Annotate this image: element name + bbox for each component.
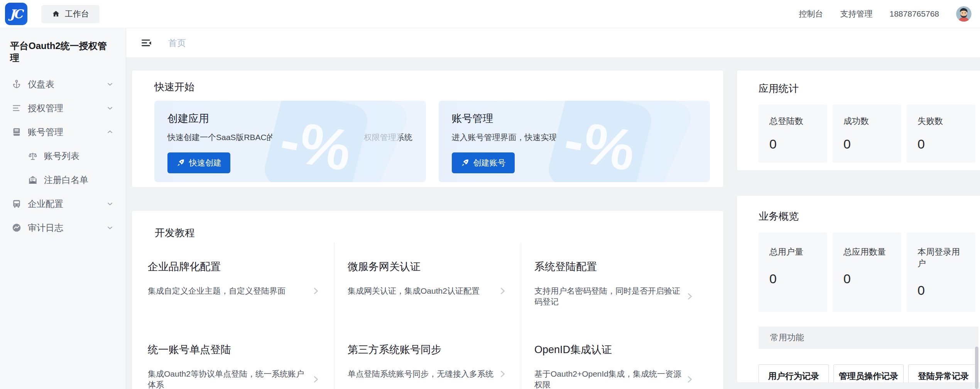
sidebar-item-label: 账号管理 xyxy=(28,126,63,138)
common-functions-header: 常用功能 xyxy=(759,326,978,349)
breadcrumb-home[interactable]: 首页 xyxy=(168,37,186,49)
quick-start-card: 快速开始 -% 创建应用 快速创建一个SaaS版RBAC的管理后台，快速实现后台… xyxy=(132,70,724,188)
rocket-icon xyxy=(461,159,469,167)
tutorial-desc: 基于Oauth2+OpenId集成，集成统一资源权限 xyxy=(534,369,683,389)
tutorial-desc: 集成网关认证，集成Oauth2认证配置 xyxy=(348,286,480,296)
account-mgmt-desc: 进入账号管理界面，快速实现后台权限账号管理 xyxy=(452,132,697,143)
breadcrumb: 首页 xyxy=(126,28,980,58)
bus-icon xyxy=(12,199,22,209)
stat-label: 成功数 xyxy=(843,115,890,127)
login-anomaly-log-button[interactable]: 登陆异常记录 xyxy=(908,364,978,383)
chevron-right-icon[interactable] xyxy=(497,369,508,379)
sidebar-item-label: 授权管理 xyxy=(28,102,63,114)
create-app-desc: 快速创建一个SaaS版RBAC的管理后台，快速实现后台权限管理系统 xyxy=(167,132,413,143)
chevron-down-icon xyxy=(106,223,114,232)
stat-label: 总用户量 xyxy=(769,246,816,258)
user-phone: 18878765768 xyxy=(890,9,939,19)
chevron-right-icon[interactable] xyxy=(310,374,321,385)
tutorials-card: 开发教程 企业品牌化配置 集成自定义企业主题，自定义登陆界面 xyxy=(132,210,724,389)
book-icon xyxy=(12,127,22,137)
sidebar-item-label: 仪盘表 xyxy=(28,78,54,90)
stat-value: 0 xyxy=(769,271,816,286)
tutorial-title: 第三方系统账号同步 xyxy=(348,343,508,357)
create-app-title: 创建应用 xyxy=(167,112,413,125)
admin-operation-log-button[interactable]: 管理员操作记录 xyxy=(833,364,904,383)
tutorial-gateway-auth[interactable]: 微服务网关认证 集成网关认证，集成Oauth2认证配置 xyxy=(335,243,521,326)
sidebar-item-account-list[interactable]: 账号列表 xyxy=(0,144,126,168)
tutorial-title: 微服务网关认证 xyxy=(348,260,508,274)
sidebar-item-dashboard[interactable]: 仪盘表 xyxy=(0,72,126,96)
app-logo[interactable]: JC xyxy=(5,3,27,25)
vertical-scrollbar[interactable] xyxy=(975,347,978,389)
console-link[interactable]: 控制台 xyxy=(799,8,823,19)
chevron-right-icon[interactable] xyxy=(684,374,695,385)
tutorial-account-sync[interactable]: 第三方系统账号同步 单点登陆系统账号同步，无缝接入多系统 xyxy=(335,326,521,389)
scales-icon xyxy=(28,151,38,161)
support-admin-link[interactable]: 支持管理 xyxy=(840,8,873,19)
app-stats-card: 应用统计 总登陆数 0 成功数 0 失败数 0 xyxy=(737,70,980,171)
sidebar-item-register-whitelist[interactable]: 注册白名单 xyxy=(0,168,126,192)
tutorial-title: 企业品牌化配置 xyxy=(148,260,321,274)
stat-value: 0 xyxy=(843,137,890,152)
stat-value: 0 xyxy=(769,137,816,152)
biz-tile-week-logins: 本周登录用户 0 xyxy=(907,232,975,312)
workspace-label: 工作台 xyxy=(65,8,89,19)
tutorial-desc: 集成自定义企业主题，自定义登陆界面 xyxy=(148,286,286,296)
sidebar-item-enterprise-config[interactable]: 企业配置 xyxy=(0,192,126,216)
stat-tile-success: 成功数 0 xyxy=(833,105,901,162)
stat-tile-total-logins: 总登陆数 0 xyxy=(759,105,827,162)
top-header: JC 工作台 控制台 支持管理 18878765768 xyxy=(0,0,980,28)
chevron-down-icon xyxy=(106,104,114,112)
sidebar-item-label: 账号列表 xyxy=(44,150,79,162)
sidebar-item-label: 审计日志 xyxy=(28,222,63,234)
chevron-right-icon[interactable] xyxy=(497,286,508,296)
create-app-panel: -% 创建应用 快速创建一个SaaS版RBAC的管理后台，快速实现后台权限管理系… xyxy=(154,101,426,182)
workspace-button[interactable]: 工作台 xyxy=(41,5,100,23)
chevron-up-icon xyxy=(106,128,114,136)
quick-create-button[interactable]: 快速创建 xyxy=(167,152,230,173)
sidebar-item-label: 注册白名单 xyxy=(44,174,88,186)
tutorial-title: 统一账号单点登陆 xyxy=(148,343,321,357)
tutorials-title: 开发教程 xyxy=(155,226,708,240)
user-behavior-log-button[interactable]: 用户行为记录 xyxy=(759,364,829,383)
rocket-icon xyxy=(176,159,185,167)
sidebar-item-account-management[interactable]: 账号管理 xyxy=(0,120,126,144)
create-account-label: 创建账号 xyxy=(473,157,506,168)
tutorial-sso[interactable]: 统一账号单点登陆 集成Oauth2等协议单点登陆，统一系统账户体系 xyxy=(148,326,335,389)
chevron-down-icon xyxy=(106,80,114,88)
sidebar-title: 平台Oauth2统一授权管理 xyxy=(0,40,126,72)
app-stats-title: 应用统计 xyxy=(759,82,980,95)
sidebar-item-audit-log[interactable]: 审计日志 xyxy=(0,216,126,240)
menu-fold-icon[interactable] xyxy=(140,38,152,48)
tutorial-desc: 支持用户名密码登陆，同时是否开启验证码登记 xyxy=(534,286,683,307)
account-mgmt-panel: -% 账号管理 进入账号管理界面，快速实现后台权限账号管理 xyxy=(439,101,710,182)
align-icon xyxy=(12,103,22,113)
stat-value: 0 xyxy=(917,137,965,152)
stat-label: 本周登录用户 xyxy=(917,246,965,269)
content-area: 快速开始 -% 创建应用 快速创建一个SaaS版RBAC的管理后台，快速实现后台… xyxy=(126,58,980,389)
tutorial-desc: 集成Oauth2等协议单点登陆，统一系统账户体系 xyxy=(148,369,309,389)
sidebar: 平台Oauth2统一授权管理 仪盘表 授权管理 xyxy=(0,28,126,389)
tutorial-title: 系统登陆配置 xyxy=(534,260,695,274)
quick-create-label: 快速创建 xyxy=(189,157,221,168)
create-account-button[interactable]: 创建账号 xyxy=(452,152,515,173)
chevron-down-icon xyxy=(106,200,114,208)
stat-value: 0 xyxy=(843,271,890,286)
user-avatar[interactable] xyxy=(956,6,972,22)
sidebar-item-label: 企业配置 xyxy=(28,198,63,210)
tutorial-brand-config[interactable]: 企业品牌化配置 集成自定义企业主题，自定义登陆界面 xyxy=(148,243,335,326)
tutorial-openid[interactable]: OpenID集成认证 基于Oauth2+OpenId集成，集成统一资源权限 xyxy=(521,326,708,389)
tutorial-title: OpenID集成认证 xyxy=(534,343,695,357)
stat-value: 0 xyxy=(917,283,965,298)
stat-tile-failed: 失败数 0 xyxy=(907,105,975,162)
stat-label: 失败数 xyxy=(917,115,965,127)
tutorial-login-config[interactable]: 系统登陆配置 支持用户名密码登陆，同时是否开启验证码登记 xyxy=(521,243,708,326)
anchor-icon xyxy=(12,79,22,89)
envelope-open-icon xyxy=(28,175,38,185)
chevron-right-icon[interactable] xyxy=(310,286,321,296)
chevron-right-icon[interactable] xyxy=(684,291,695,302)
sidebar-item-auth-management[interactable]: 授权管理 xyxy=(0,96,126,120)
stat-label: 总登陆数 xyxy=(769,115,816,127)
account-mgmt-title: 账号管理 xyxy=(452,112,697,125)
audit-icon xyxy=(12,223,22,233)
